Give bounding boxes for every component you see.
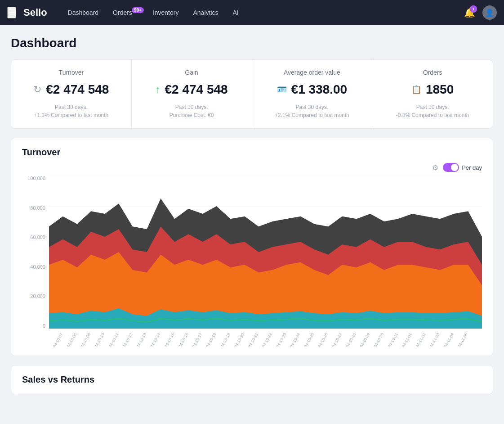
svg-text:2024-10-13: 2024-10-13 bbox=[134, 332, 147, 347]
svg-text:2024-10-20: 2024-10-20 bbox=[231, 332, 245, 347]
chart-area: 100,000 80,000 60,000 40,000 20,000 0 bbox=[22, 176, 482, 347]
y-label-20k: 20,000 bbox=[30, 293, 45, 299]
svg-text:2024-10-21: 2024-10-21 bbox=[245, 332, 259, 347]
stat-footer-turnover: Past 30 days. +1.3% Compared to last mon… bbox=[22, 103, 120, 119]
svg-text:2024-10-18: 2024-10-18 bbox=[203, 332, 217, 347]
chart-inner bbox=[49, 176, 482, 329]
page-title: Dashboard bbox=[11, 36, 493, 50]
stat-footer-avg-order: Past 30 days. +2.1% Compared to last mon… bbox=[263, 103, 361, 119]
turnover-icon: ↻ bbox=[33, 84, 41, 95]
page-content: Dashboard Turnover ↻ €2 474 548 Past 30 … bbox=[0, 25, 504, 405]
stat-card-turnover: Turnover ↻ €2 474 548 Past 30 days. +1.3… bbox=[11, 60, 132, 128]
svg-text:2024-11-03: 2024-11-03 bbox=[427, 332, 441, 347]
y-label-0: 0 bbox=[43, 323, 45, 329]
svg-text:2024-10-30: 2024-10-30 bbox=[370, 332, 384, 347]
svg-text:2024-10-27: 2024-10-27 bbox=[329, 332, 343, 347]
chart-controls: ⚙ Per day bbox=[22, 163, 482, 172]
svg-text:2024-10-24: 2024-10-24 bbox=[287, 332, 301, 347]
stat-card-orders: Orders 📋 1850 Past 30 days. -0.8% Compar… bbox=[372, 60, 493, 128]
svg-text:2024-10-12: 2024-10-12 bbox=[120, 332, 134, 347]
chart-title: Turnover bbox=[22, 147, 482, 158]
stat-label-gain: Gain bbox=[143, 69, 241, 76]
svg-text:2024-10-14: 2024-10-14 bbox=[147, 332, 161, 347]
svg-text:2024-10-15: 2024-10-15 bbox=[161, 332, 175, 347]
y-label-80k: 80,000 bbox=[30, 205, 45, 211]
svg-text:2024-10-11: 2024-10-11 bbox=[106, 332, 120, 347]
stat-value-orders: 1850 bbox=[426, 82, 454, 97]
user-icon: 👤 bbox=[485, 9, 494, 17]
chart-settings-button[interactable]: ⚙ bbox=[432, 163, 438, 172]
svg-text:2024-10-23: 2024-10-23 bbox=[273, 332, 287, 347]
svg-text:2024-10-08: 2024-10-08 bbox=[64, 332, 78, 347]
y-label-100k: 100,000 bbox=[27, 176, 45, 181]
svg-text:2024-10-07: 2024-10-07 bbox=[50, 332, 64, 347]
stat-value-row-turnover: ↻ €2 474 548 bbox=[22, 82, 120, 97]
stat-card-gain: Gain ↑ €2 474 548 Past 30 days. Purchase… bbox=[132, 60, 252, 128]
navbar-right: 🔔 1 👤 bbox=[464, 5, 497, 20]
notification-button[interactable]: 🔔 1 bbox=[464, 7, 475, 18]
chart-svg bbox=[49, 176, 482, 329]
svg-text:2024-11-01: 2024-11-01 bbox=[399, 332, 413, 347]
stat-value-turnover: €2 474 548 bbox=[46, 82, 109, 97]
svg-text:2024-10-09: 2024-10-09 bbox=[77, 332, 91, 347]
svg-text:2024-11-05: 2024-11-05 bbox=[455, 332, 468, 347]
svg-text:2024-10-31: 2024-10-31 bbox=[385, 332, 399, 347]
notification-badge: 1 bbox=[470, 5, 477, 13]
stat-label-turnover: Turnover bbox=[22, 69, 120, 76]
svg-text:2024-10-19: 2024-10-19 bbox=[218, 332, 232, 347]
y-axis-labels: 100,000 80,000 60,000 40,000 20,000 0 bbox=[22, 176, 49, 329]
svg-text:2024-11-04: 2024-11-04 bbox=[441, 332, 455, 347]
svg-text:2024-10-22: 2024-10-22 bbox=[259, 332, 273, 347]
stat-value-row-orders: 📋 1850 bbox=[383, 82, 482, 97]
sales-vs-returns-title: Sales vs Returns bbox=[22, 374, 482, 385]
svg-text:2024-10-06: 2024-10-06 bbox=[49, 332, 50, 347]
stat-value-row-gain: ↑ €2 474 548 bbox=[143, 82, 241, 97]
gear-icon: ⚙ bbox=[432, 164, 438, 171]
toggle-label: Per day bbox=[462, 164, 482, 171]
svg-text:2024-10-26: 2024-10-26 bbox=[315, 332, 329, 347]
svg-text:2024-10-10: 2024-10-10 bbox=[91, 332, 105, 347]
svg-text:2024-10-29: 2024-10-29 bbox=[357, 332, 371, 347]
turnover-chart-card: Turnover ⚙ Per day 100,000 80,000 60,000… bbox=[11, 138, 493, 356]
nav-item-ai[interactable]: AI bbox=[227, 6, 245, 19]
svg-text:2024-11-02: 2024-11-02 bbox=[413, 332, 427, 347]
stats-grid: Turnover ↻ €2 474 548 Past 30 days. +1.3… bbox=[11, 59, 493, 129]
logo: Sello bbox=[23, 7, 47, 18]
nav-item-inventory[interactable]: Inventory bbox=[147, 6, 185, 19]
navbar: ☰ Sello Dashboard Orders 99+ Inventory A… bbox=[0, 0, 504, 25]
svg-text:2024-10-25: 2024-10-25 bbox=[301, 332, 315, 347]
y-label-60k: 60,000 bbox=[30, 235, 45, 240]
hamburger-button[interactable]: ☰ bbox=[7, 7, 16, 18]
stat-card-avg-order: Average order value 🪪 €1 338.00 Past 30 … bbox=[252, 60, 373, 128]
svg-text:2024-10-28: 2024-10-28 bbox=[343, 332, 357, 347]
nav-item-orders[interactable]: Orders 99+ bbox=[107, 6, 145, 19]
stat-value-gain: €2 474 548 bbox=[165, 82, 228, 97]
stat-value-row-avg-order: 🪪 €1 338.00 bbox=[263, 82, 361, 97]
orders-stat-icon: 📋 bbox=[411, 85, 421, 95]
stat-label-avg-order: Average order value bbox=[263, 69, 361, 76]
user-avatar[interactable]: 👤 bbox=[482, 5, 497, 20]
toggle-thumb bbox=[451, 164, 458, 171]
orders-badge: 99+ bbox=[132, 7, 144, 13]
y-label-40k: 40,000 bbox=[30, 264, 45, 270]
gain-icon: ↑ bbox=[156, 84, 161, 95]
avg-order-icon: 🪪 bbox=[277, 85, 287, 95]
svg-text:2024-10-17: 2024-10-17 bbox=[189, 332, 203, 347]
sales-vs-returns-card: Sales vs Returns bbox=[11, 365, 493, 394]
nav-item-dashboard[interactable]: Dashboard bbox=[62, 6, 105, 19]
stat-footer-gain: Past 30 days. Purchase Cost: €0 bbox=[143, 103, 241, 119]
toggle-track[interactable] bbox=[443, 163, 459, 172]
svg-text:2024-10-16: 2024-10-16 bbox=[175, 332, 189, 347]
per-day-toggle[interactable]: Per day bbox=[443, 163, 482, 172]
x-axis-container: 2024-10-06 2024-10-07 2024-10-08 2024-10… bbox=[49, 329, 482, 347]
stat-label-orders: Orders bbox=[383, 69, 482, 76]
stat-value-avg-order: €1 338.00 bbox=[291, 82, 348, 97]
stat-footer-orders: Past 30 days. -0.8% Compared to last mon… bbox=[383, 103, 482, 119]
nav-item-analytics[interactable]: Analytics bbox=[187, 6, 224, 19]
nav-menu: Dashboard Orders 99+ Inventory Analytics… bbox=[62, 6, 460, 19]
